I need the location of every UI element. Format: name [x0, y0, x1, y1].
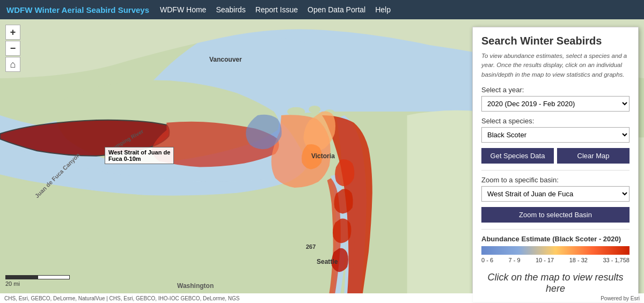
legend-range-4: 33 - 1,758 [603, 257, 630, 263]
svg-point-2 [309, 106, 320, 113]
species-select[interactable]: Black ScoterSurf ScoterWhite-winged Scot… [481, 127, 630, 143]
attribution-left: CHS, Esri, GEBCO, DeLorme, NaturalVue | … [4, 295, 239, 301]
attribution-right: Powered by Esri [601, 295, 640, 301]
clear-map-button[interactable]: Clear Map [557, 148, 630, 164]
year-select[interactable]: 2020 (Dec 2019 - Feb 2020)2019 (Dec 2018… [481, 96, 630, 112]
legend-range-2: 10 - 17 [536, 257, 554, 263]
svg-point-1 [287, 107, 305, 116]
zoom-out-button[interactable]: − [5, 41, 20, 56]
right-panel: Search Winter Seabirds To view abundance… [472, 27, 639, 302]
scale-bar: 20 mi [5, 275, 70, 287]
basin-select[interactable]: West Strait of Juan de FucaEast Strait o… [481, 186, 630, 202]
legend-range-0: 0 - 6 [481, 257, 493, 263]
nav-brand[interactable]: WDFW Winter Aerial Seabird Surveys [6, 5, 149, 14]
zoom-buttons: Zoom to selected Basin [481, 207, 630, 223]
nav-link-report[interactable]: Report Issue [255, 5, 298, 14]
zoom-in-button[interactable]: + [5, 25, 20, 40]
legend-labels: 0 - 6 7 - 9 10 - 17 18 - 32 33 - 1,758 [481, 257, 630, 263]
zoom-basin-button[interactable]: Zoom to selected Basin [481, 207, 630, 223]
scale-label: 20 mi [5, 280, 20, 287]
nav-link-home[interactable]: WDFW Home [160, 5, 206, 14]
click-instruction: Click on the map to view results here [481, 272, 630, 294]
basin-label: Zoom to a specific basin: [481, 176, 630, 184]
panel-description: To view abundance estimates, select a sp… [481, 51, 630, 79]
home-button[interactable]: ⌂ [5, 57, 20, 72]
get-species-data-button[interactable]: Get Species Data [481, 148, 554, 164]
species-label: Select a species: [481, 117, 630, 125]
nav-link-seabirds[interactable]: Seabirds [216, 5, 245, 14]
nav-link-opendata[interactable]: Open Data Portal [308, 5, 365, 14]
navbar: WDFW Winter Aerial Seabird Surveys WDFW … [0, 0, 644, 19]
legend-title: Abundance Estimate (Black Scoter - 2020) [481, 235, 630, 243]
legend-gradient [481, 246, 630, 255]
legend-range-1: 7 - 9 [508, 257, 520, 263]
legend-range-3: 18 - 32 [569, 257, 588, 263]
divider2 [481, 229, 630, 230]
map-controls: + − ⌂ [5, 25, 20, 73]
attribution-bar: CHS, Esri, GEBCO, DeLorme, NaturalVue | … [0, 293, 644, 303]
nav-link-help[interactable]: Help [375, 5, 391, 14]
year-label: Select a year: [481, 86, 630, 94]
divider [481, 170, 630, 171]
action-buttons: Get Species Data Clear Map [481, 148, 630, 164]
panel-title: Search Winter Seabirds [481, 35, 630, 47]
